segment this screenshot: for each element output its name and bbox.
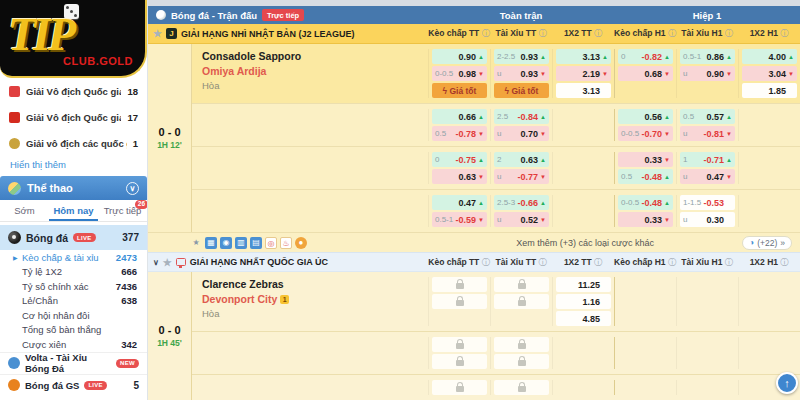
info-icon[interactable]: ⓘ <box>538 258 546 267</box>
chart-icon[interactable]: ▥ <box>235 237 247 249</box>
odds-cell[interactable]: 0.5-10.86▲ <box>680 49 735 64</box>
odds-cell[interactable]: 0.50.57▲ <box>680 109 735 124</box>
info-icon[interactable]: ⓘ <box>725 29 733 38</box>
odds-cell[interactable]: 0.33▼ <box>618 212 673 227</box>
odds-cell[interactable]: u0.52▼ <box>494 212 549 227</box>
info-icon[interactable]: ⓘ <box>482 258 490 267</box>
odds-cell[interactable]: 3.04▼ <box>742 66 797 81</box>
sidebar-item-volta-football-icon[interactable]: Volta - Tài Xỉu Bóng ĐáNEW <box>0 352 147 374</box>
odds-cell[interactable]: 1-1.5-0.53 <box>680 195 735 210</box>
odds-cell[interactable]: 0.5-0.48▲ <box>618 169 673 184</box>
tab-label: Sớm <box>14 205 34 216</box>
info-icon[interactable]: ⓘ <box>668 258 676 267</box>
bet-type-item[interactable]: Tỷ số chính xác7436 <box>0 279 147 294</box>
odds-cell[interactable]: 2.19▼ <box>556 66 611 81</box>
bet-type-item[interactable]: Tỷ lệ 1X2666 <box>0 265 147 280</box>
down-arrow-icon: ▼ <box>664 131 670 137</box>
sidebar-league-item[interactable]: Giải vô địch các quốc gi...1 <box>0 130 147 156</box>
odds-cell[interactable]: u-0.81▼ <box>680 126 735 141</box>
site-logo[interactable]: TIP CLUB.GOLD <box>0 0 147 78</box>
favorite-star-icon[interactable]: ★ <box>153 28 162 39</box>
info-icon[interactable]: ⓘ <box>725 258 733 267</box>
odds-cell[interactable]: 0.47▲ <box>432 195 487 210</box>
footer-icons: ★▦◉▥▤◎♨● <box>148 237 428 249</box>
odds-block: Clarence ZebrasDevonport City1Hòa11.251.… <box>192 272 800 331</box>
coin-icon[interactable]: ● <box>295 237 307 249</box>
table-icon[interactable]: ▤ <box>250 237 262 249</box>
info-icon[interactable]: ⓘ <box>594 29 602 38</box>
odds-cell[interactable]: 0.68▼ <box>618 66 673 81</box>
odds-cell[interactable]: 0.90▲ <box>432 49 487 64</box>
odds-column: 2.5-3-0.66▲u0.52▼ <box>490 195 552 227</box>
odds-cell[interactable]: 0.56▲ <box>618 109 673 124</box>
odds-cell[interactable]: 2.5-0.84▲ <box>494 109 549 124</box>
odds-cell[interactable]: 0.63▼ <box>432 169 487 184</box>
collapse-circle-icon[interactable]: ∨ <box>126 182 139 195</box>
best-price-button[interactable]: ϟ Giá tốt <box>432 83 487 98</box>
tab-hôm-nay[interactable]: Hôm nay <box>49 200 98 221</box>
away-team: Omiya Ardija <box>202 64 422 79</box>
tab-trực-tiếp[interactable]: Trực tiếp26 <box>98 200 147 221</box>
odds-cell[interactable]: u0.90▼ <box>680 66 735 81</box>
handicap-label: u <box>497 69 501 78</box>
eye-icon[interactable]: ◉ <box>220 237 232 249</box>
odds-cell[interactable]: u0.47▼ <box>680 169 735 184</box>
odds-cell[interactable]: 1.16 <box>556 294 611 309</box>
best-price-button[interactable]: ϟ Giá tốt <box>494 83 549 98</box>
info-icon[interactable]: ⓘ <box>780 258 788 267</box>
info-icon[interactable]: ⓘ <box>538 29 546 38</box>
odds-cell[interactable]: 20.63▲ <box>494 152 549 167</box>
odds-cell[interactable]: 3.13▲ <box>556 49 611 64</box>
info-icon[interactable]: ⓘ <box>668 29 676 38</box>
star-icon[interactable]: ★ <box>190 237 202 249</box>
collapse-chevron-icon[interactable]: ∨ <box>153 258 159 267</box>
bet-type-count: 342 <box>121 339 137 350</box>
sidebar-item-football[interactable]: Bóng đáLIVE377 <box>0 225 147 250</box>
info-icon[interactable]: ⓘ <box>594 258 602 267</box>
bet-type-item[interactable]: ▶Kèo chấp & tài xỉu2473 <box>0 250 147 265</box>
more-bets-link[interactable]: Xem thêm (+3) các loại cược khác <box>428 238 742 248</box>
odds-cell[interactable]: 0-0.5-0.70▼ <box>618 126 673 141</box>
scroll-top-button[interactable]: ↑ <box>776 372 798 394</box>
odds-cell[interactable]: 1-0.71▲ <box>680 152 735 167</box>
odds-cell[interactable]: 4.85 <box>556 311 611 326</box>
odds-column: 0.47▲0.5-1-0.59▼ <box>428 195 490 227</box>
sidebar-league-item[interactable]: Giải Vô địch Quốc gia T...18 <box>0 78 147 104</box>
odds-cell[interactable]: 0-0.50.98▼ <box>432 66 487 81</box>
target-icon[interactable]: ◎ <box>265 237 277 249</box>
odds-cell[interactable]: 2-2.50.93▲ <box>494 49 549 64</box>
favorite-star-icon[interactable]: ★ <box>163 257 172 268</box>
cube-icon[interactable]: ▦ <box>205 237 217 249</box>
odds-cell[interactable]: 4.00▲ <box>742 49 797 64</box>
odds-cell[interactable]: 0.5-1-0.59▼ <box>432 212 487 227</box>
fire-icon[interactable]: ♨ <box>280 237 292 249</box>
sidebar-item-gs-football-icon[interactable]: Bóng đá GSLIVE5 <box>0 374 147 396</box>
bet-type-item[interactable]: Cược xiên342 <box>0 337 147 352</box>
odds-cell[interactable]: u-0.77▼ <box>494 169 549 184</box>
odds-cell[interactable]: 0-0.75▲ <box>432 152 487 167</box>
sport-badge: LIVE <box>84 381 107 390</box>
sports-header[interactable]: Thể thao ∨ <box>0 176 147 200</box>
odds-cell[interactable]: 0-0.82▲ <box>618 49 673 64</box>
odds-cell[interactable]: 0.66▲ <box>432 109 487 124</box>
odds-cell[interactable]: 2.5-3-0.66▲ <box>494 195 549 210</box>
more-markets-pill[interactable]: ◑(+22)» <box>742 236 792 250</box>
bet-type-item[interactable]: Lẻ/Chẵn638 <box>0 294 147 309</box>
odds-cell[interactable]: 1.85 <box>742 83 797 98</box>
odds-cell[interactable]: 11.25 <box>556 277 611 292</box>
show-more-link[interactable]: Hiển thị thêm <box>0 156 147 176</box>
info-icon[interactable]: ⓘ <box>780 29 788 38</box>
odds-cell[interactable]: 0.5-0.78▼ <box>432 126 487 141</box>
sidebar-league-item[interactable]: Giải Vô địch Quốc gia Đ...17 <box>0 104 147 130</box>
odds-cell[interactable]: u0.93▼ <box>494 66 549 81</box>
bet-type-item[interactable]: Cơ hội nhân đôi <box>0 308 147 323</box>
odds-cell[interactable]: 3.13 <box>556 83 611 98</box>
stream-icon <box>176 258 186 266</box>
odds-cell[interactable]: u0.70▼ <box>494 126 549 141</box>
odds-cell[interactable]: 0-0.5-0.48▲ <box>618 195 673 210</box>
info-icon[interactable]: ⓘ <box>482 29 490 38</box>
odds-cell[interactable]: 0.33▼ <box>618 152 673 167</box>
odds-cell[interactable]: u0.30 <box>680 212 735 227</box>
bet-type-item[interactable]: Tổng số bàn thắng <box>0 323 147 338</box>
tab-sớm[interactable]: Sớm <box>0 200 49 221</box>
